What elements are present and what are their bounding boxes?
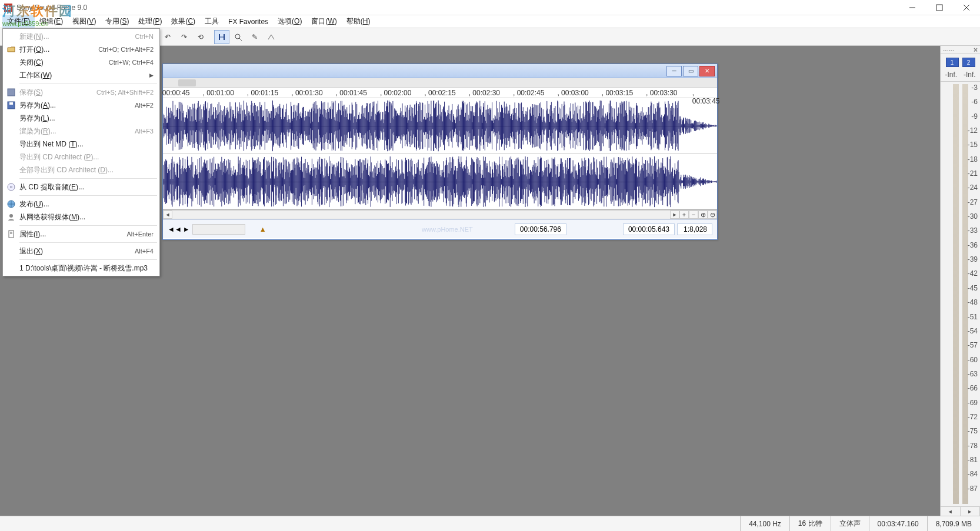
zoom-in-button[interactable]: + — [679, 211, 689, 219]
zoom-ratio[interactable]: 1:8,028 — [677, 223, 712, 235]
repeat-icon[interactable]: ⟲ — [193, 30, 208, 44]
menu-entry[interactable]: 工作区(W)▶ — [4, 69, 158, 82]
ruler-tick: , 00:03:15 — [602, 89, 633, 97]
menu-entry[interactable]: 打开(O)...Ctrl+O; Ctrl+Alt+F2 — [4, 43, 158, 56]
ruler-tick: , 00:02:00 — [380, 89, 411, 97]
user-icon — [6, 212, 16, 222]
menu-entry[interactable]: 1 D:\tools\桌面\视频\许嵩 - 断桥残雪.mp3 — [4, 262, 158, 275]
event-icon[interactable] — [264, 30, 279, 44]
meter-close-button[interactable]: × — [974, 46, 978, 54]
ruler-tick: , 00:02:15 — [424, 89, 455, 97]
svg-rect-1 — [6, 6, 7, 10]
meter-tick: -69 — [965, 399, 978, 406]
menu-entry[interactable]: 导出到 Net MD (T)... — [4, 138, 158, 151]
meter-tick: -84 — [965, 470, 978, 477]
menu-item[interactable]: 编辑(E) — [35, 15, 68, 28]
maximize-button[interactable] — [926, 0, 953, 15]
zoom-v-in-button[interactable]: ⊕ — [698, 211, 708, 219]
waveform-channel-right[interactable] — [163, 154, 717, 209]
meter-channel-1[interactable]: 1 — [946, 58, 959, 67]
meter-tick: -45 — [965, 285, 978, 292]
play-icon[interactable]: ► — [183, 225, 190, 233]
scroll-left-button[interactable]: ◄ — [163, 211, 172, 219]
menu-entry[interactable]: 发布(U)... — [4, 198, 158, 211]
disk2-icon — [6, 101, 16, 110]
redo-icon[interactable]: ↷ — [176, 30, 192, 44]
meter-header[interactable]: ······ × — [941, 46, 980, 54]
file-menu-dropdown: 新建(N)...Ctrl+N打开(O)...Ctrl+O; Ctrl+Alt+F… — [2, 28, 160, 276]
svg-point-26 — [11, 186, 12, 188]
cursor-time[interactable]: 00:00:56.796 — [515, 223, 566, 235]
zoom-v-out-button[interactable]: ⊖ — [708, 211, 717, 219]
menu-entry[interactable]: 从网络获得媒体(M)... — [4, 211, 158, 223]
menu-item[interactable]: 专用(S) — [101, 15, 134, 28]
meter-scroll-left[interactable]: ◄ — [941, 507, 961, 516]
menu-item[interactable]: 工具 — [200, 15, 224, 28]
meter-channel-2[interactable]: 2 — [962, 58, 975, 67]
scroll-right-button[interactable]: ► — [670, 211, 679, 219]
meter-grip-icon[interactable]: ······ — [943, 46, 955, 54]
meter-tick: -12 — [965, 127, 978, 134]
pencil-icon[interactable]: ✎ — [247, 30, 262, 44]
undo-icon[interactable]: ↶ — [160, 30, 175, 44]
title-bar: Sony Sound Forge 9.0 — [0, 0, 980, 15]
menu-item[interactable]: 视图(V) — [68, 15, 101, 28]
meter-scroll-right[interactable]: ► — [961, 507, 981, 516]
menu-entry[interactable]: 从 CD 提取音频(E)... — [4, 181, 158, 193]
menu-entry[interactable]: 退出(X)Alt+F4 — [4, 245, 158, 258]
audio-maximize-button[interactable]: ▭ — [683, 66, 698, 76]
menu-entry[interactable]: 另存为(L)... — [4, 112, 158, 125]
menu-item[interactable]: 效果(C) — [166, 15, 200, 28]
folder-icon — [6, 45, 16, 54]
menu-entry: 渲染为(R)...Alt+F3 — [4, 125, 158, 138]
zoom-out-button[interactable]: − — [689, 211, 698, 219]
audio-window-titlebar[interactable]: ─ ▭ ✕ — [163, 64, 717, 78]
menu-item[interactable]: FX Favorites — [224, 16, 273, 27]
menu-item[interactable]: 帮助(H) — [342, 15, 375, 28]
meter-tick: -66 — [965, 385, 978, 392]
disk-icon — [6, 88, 16, 97]
marker-icon: ▲ — [259, 225, 266, 233]
time-ruler[interactable]: , 00:00:45, 00:01:00, 00:01:15, 00:01:30… — [163, 88, 717, 98]
menu-item[interactable]: 选项(O) — [273, 15, 306, 28]
meter-tick: -42 — [965, 270, 978, 277]
menu-bar: 文件(F)编辑(E)视图(V)专用(S)处理(P)效果(C)工具FX Favor… — [0, 15, 980, 28]
svg-rect-2 — [8, 5, 9, 10]
level-meter-panel: ······ × 1 2 -Inf. -Inf. -3-6-9-12-15-18… — [940, 46, 980, 516]
prev-icon[interactable]: ◄◄ — [168, 225, 182, 233]
svg-rect-3 — [9, 7, 11, 10]
close-button[interactable] — [953, 0, 980, 15]
waveform-area[interactable] — [163, 98, 717, 210]
meter-tick: -72 — [965, 413, 978, 420]
horizontal-scrollbar[interactable]: ◄ ► + − ⊕ ⊖ — [163, 210, 717, 219]
waveform-channel-left[interactable] — [163, 98, 717, 154]
audio-minimize-button[interactable]: ─ — [666, 66, 682, 76]
meter-tick: -39 — [965, 256, 978, 263]
menu-item[interactable]: 处理(P) — [134, 15, 166, 28]
cd-icon — [6, 182, 16, 192]
sheet-icon — [6, 229, 16, 239]
menu-entry[interactable]: 属性(I)...Alt+Enter — [4, 228, 158, 241]
rate-slider[interactable] — [192, 224, 245, 235]
magnify-icon[interactable] — [231, 30, 246, 44]
ruler-tick: , 00:01:45 — [336, 89, 367, 97]
menu-entry[interactable]: 关闭(C)Ctrl+W; Ctrl+F4 — [4, 56, 158, 69]
menu-item[interactable]: 文件(F) — [2, 15, 35, 28]
audio-close-button[interactable]: ✕ — [699, 66, 715, 76]
edit-tool-icon[interactable] — [214, 30, 229, 44]
meter-peak-2: -Inf. — [964, 71, 976, 79]
meter-tick: -51 — [965, 313, 978, 320]
menu-entry: 全部导出到 CD Architect (D)... — [4, 163, 158, 176]
svg-rect-24 — [9, 102, 13, 105]
meter-tick: -78 — [965, 442, 978, 449]
ruler-tick: , 00:01:15 — [247, 89, 278, 97]
overview-scrollbar[interactable] — [163, 78, 717, 88]
menu-item[interactable]: 窗口(W) — [306, 15, 341, 28]
svg-rect-29 — [9, 231, 14, 238]
svg-rect-22 — [8, 89, 15, 96]
status-bitdepth: 16 比特 — [789, 516, 831, 531]
status-duration: 00:03:47.160 — [869, 516, 927, 531]
minimize-button[interactable] — [899, 0, 926, 15]
selection-time[interactable]: 00:00:05.643 — [623, 223, 675, 235]
menu-entry[interactable]: 另存为(A)...Alt+F2 — [4, 99, 158, 112]
